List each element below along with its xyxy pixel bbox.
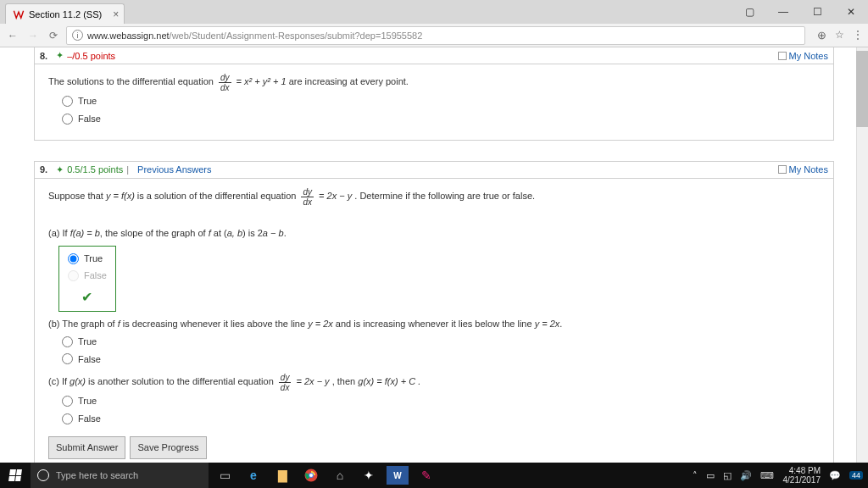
back-button[interactable]: ← <box>5 30 20 42</box>
q8-text-after: are increasing at every point. <box>289 76 409 86</box>
paint-icon[interactable]: ✎ <box>415 466 437 485</box>
question-9-card: 9. ✦ 0.5/1.5 points | Previous Answers M… <box>34 161 834 463</box>
points-value: 0.5/1.5 points <box>67 164 123 175</box>
tray-expand-icon[interactable]: ˄ <box>693 470 698 481</box>
page-content: 8. ✦ –/0.5 points My Notes The solutions… <box>0 47 868 463</box>
question-8-body: The solutions to the differential equati… <box>35 64 833 140</box>
radio-q8-true[interactable] <box>62 96 73 107</box>
address-bar[interactable]: i www.webassign.net/web/Student/Assignme… <box>66 26 805 45</box>
taskview-icon[interactable]: ▭ <box>214 466 236 485</box>
windows-taskbar: Type here to search ▭ e ▇ ⌂ ✦ W ✎ ˄ ▭ ◱ … <box>0 463 868 488</box>
zoom-icon[interactable]: ⊕ <box>817 29 826 42</box>
windows-logo-icon <box>8 469 22 481</box>
scrollbar-thumb[interactable] <box>856 51 868 127</box>
notification-badge: 44 <box>849 471 863 480</box>
edge-icon[interactable]: e <box>242 466 264 485</box>
radio-q9b-true[interactable] <box>62 336 73 347</box>
radio-q9c-true[interactable] <box>62 396 73 407</box>
webassign-favicon <box>13 8 25 20</box>
q9b-option-true[interactable]: True <box>62 333 820 351</box>
store-icon[interactable]: ⌂ <box>329 466 351 485</box>
menu-icon[interactable]: ⋮ <box>853 29 863 42</box>
chrome-icon[interactable] <box>300 466 322 485</box>
file-explorer-icon[interactable]: ▇ <box>271 466 293 485</box>
fraction-dy-dx: dydx <box>279 373 292 392</box>
q9b-option-false[interactable]: False <box>62 351 820 369</box>
q9a-answered-box: True False ✔ <box>58 246 116 312</box>
scrollbar-track[interactable] <box>856 47 868 463</box>
q8-text: The solutions to the differential equati… <box>48 76 216 86</box>
battery-icon[interactable]: ▭ <box>706 470 715 481</box>
start-button[interactable] <box>0 469 31 481</box>
reload-button[interactable]: ⟳ <box>46 30 61 42</box>
word-icon[interactable]: W <box>387 466 409 485</box>
submit-answer-button[interactable]: Submit Answer <box>48 436 125 459</box>
points-value: –/0.5 points <box>67 51 115 61</box>
radio-q8-false[interactable] <box>62 114 73 125</box>
window-buttons: ▢ — ☐ ✕ <box>732 0 868 24</box>
browser-tab[interactable]: Section 11.2 (SS) × <box>5 3 125 24</box>
profile-icon[interactable]: ▢ <box>732 0 766 24</box>
cortana-icon <box>37 469 49 481</box>
question-9-body: Suppose that y = f(x) is a solution of t… <box>35 179 833 463</box>
svg-point-2 <box>309 474 313 477</box>
taskbar-search[interactable]: Type here to search <box>31 463 209 488</box>
checkmark-icon: ✔ <box>68 285 107 310</box>
bookmark-icon[interactable]: ☆ <box>835 29 844 42</box>
browser-tabstrip: Section 11.2 (SS) × ▢ — ☐ ✕ <box>0 0 868 24</box>
points-icon: ✦ <box>56 50 64 61</box>
note-icon <box>778 165 787 174</box>
question-number: 8. <box>40 51 47 61</box>
dropbox-icon[interactable]: ✦ <box>358 466 380 485</box>
q9c-option-false[interactable]: False <box>62 410 820 428</box>
taskbar-apps: ▭ e ▇ ⌂ ✦ W ✎ <box>214 463 437 488</box>
browser-toolbar: ← → ⟳ i www.webassign.net/web/Student/As… <box>0 24 868 47</box>
site-info-icon[interactable]: i <box>72 30 83 41</box>
radio-q9a-true[interactable] <box>68 253 79 264</box>
q9c-option-true[interactable]: True <box>62 392 820 410</box>
tab-title: Section 11.2 (SS) <box>29 9 102 19</box>
url-host: www.webassign.net <box>87 30 170 41</box>
radio-q9c-false[interactable] <box>62 413 73 424</box>
search-placeholder: Type here to search <box>56 470 138 480</box>
url-path: /web/Student/Assignment-Responses/submit… <box>170 30 423 41</box>
taskbar-clock[interactable]: 4:48 PM 4/21/2017 <box>782 466 821 485</box>
q9a-option-false[interactable]: False <box>68 267 107 285</box>
q8-eq-rhs: = x² + y² + 1 <box>236 76 287 86</box>
network-icon[interactable]: ◱ <box>723 470 732 481</box>
note-icon <box>778 52 787 60</box>
fraction-dy-dx: dydx <box>301 187 314 207</box>
volume-icon[interactable]: 🔊 <box>740 470 752 481</box>
fraction-dy-dx: dydx <box>219 73 231 92</box>
action-center-icon[interactable]: 💬 <box>829 470 841 481</box>
close-icon[interactable]: × <box>113 8 119 20</box>
radio-q9b-false[interactable] <box>62 353 73 364</box>
q8-option-false[interactable]: False <box>62 110 820 128</box>
previous-answers-link[interactable]: Previous Answers <box>137 164 211 175</box>
q9-part-c: (c) If g(x) is another solution to the d… <box>48 373 820 392</box>
question-9-header: 9. ✦ 0.5/1.5 points | Previous Answers M… <box>35 162 833 179</box>
system-tray: ˄ ▭ ◱ 🔊 ⌨ 4:48 PM 4/21/2017 💬 44 <box>693 466 868 485</box>
save-progress-button[interactable]: Save Progress <box>130 436 206 459</box>
radio-q9a-false[interactable] <box>68 270 79 281</box>
q9-part-a: (a) If f(a) = b, the slope of the graph … <box>48 225 820 242</box>
maximize-button[interactable]: ☐ <box>800 0 834 24</box>
keyboard-icon[interactable]: ⌨ <box>760 470 774 481</box>
q8-option-true[interactable]: True <box>62 92 820 110</box>
q9a-option-true[interactable]: True <box>68 250 107 268</box>
my-notes-link[interactable]: My Notes <box>778 164 828 175</box>
question-number: 9. <box>40 164 47 175</box>
my-notes-link[interactable]: My Notes <box>778 51 828 61</box>
question-8-card: 8. ✦ –/0.5 points My Notes The solutions… <box>34 47 834 141</box>
question-8-header: 8. ✦ –/0.5 points My Notes <box>35 47 833 64</box>
minimize-button[interactable]: — <box>766 0 800 24</box>
forward-button[interactable]: → <box>25 30 41 42</box>
points-icon: ✦ <box>56 164 64 175</box>
close-window-button[interactable]: ✕ <box>834 0 868 24</box>
q9-part-b: (b) The graph of f is decreasing wheneve… <box>48 315 820 333</box>
button-row: Submit Answer Save Progress <box>48 436 820 459</box>
